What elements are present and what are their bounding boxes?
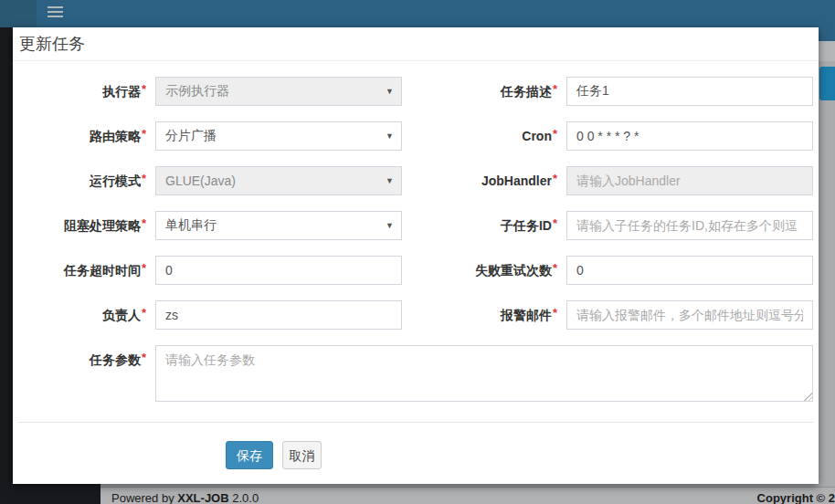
jobhandler-label: JobHandler* [375, 166, 557, 195]
form-row: 任务参数* [13, 345, 819, 402]
alarm-email-label: 报警邮件* [375, 300, 557, 330]
form-row: 任务超时时间* 失败重试次数* [13, 256, 819, 285]
glue-type-label: 运行模式* [13, 166, 146, 195]
cron-input[interactable] [566, 121, 813, 151]
form-row: 执行器* 示例执行器 ▼ 任务描述* [13, 77, 819, 106]
timeout-label: 任务超时时间* [13, 256, 146, 285]
fail-retry-label: 失败重试次数* [375, 256, 557, 285]
job-desc-label: 任务描述* [375, 77, 557, 106]
alarm-email-input[interactable] [566, 300, 813, 330]
save-button[interactable]: 保存 [226, 441, 273, 469]
glue-type-select: GLUE(Java) ▼ [155, 166, 402, 195]
block-strategy-label: 阻塞处理策略* [13, 211, 146, 240]
page-header-fragment [819, 41, 835, 61]
route-strategy-select[interactable]: 分片广播 ▼ [155, 121, 402, 151]
form-row: 阻塞处理策略* 单机串行 ▼ 子任务ID* [13, 211, 819, 240]
job-params-label: 任务参数* [13, 345, 146, 374]
fail-retry-input[interactable] [566, 256, 813, 285]
author-input[interactable] [155, 300, 402, 330]
timeout-input[interactable] [155, 256, 402, 285]
modal-title: 更新任务 [19, 33, 85, 55]
form-row: 负责人* 报警邮件* [13, 300, 819, 330]
jobhandler-input [566, 166, 813, 195]
update-task-modal: 更新任务 执行器* 示例执行器 ▼ 任务描述* 路由策略* 分片广播 ▼ Cro… [13, 27, 819, 484]
author-label: 负责人* [13, 300, 146, 330]
hamburger-menu-icon[interactable] [48, 6, 63, 18]
copyright-text: Copyright © 2 [757, 491, 835, 504]
job-desc-input[interactable] [566, 77, 813, 106]
powered-by-text: Powered by XXL-JOB 2.0.0 [111, 491, 259, 504]
job-params-textarea[interactable] [155, 345, 813, 402]
executor-select: 示例执行器 ▼ [155, 77, 402, 106]
block-strategy-select[interactable]: 单机串行 ▼ [155, 211, 402, 240]
textarea-resize-grip-icon[interactable] [802, 391, 812, 401]
child-jobid-label: 子任务ID* [375, 211, 557, 240]
modal-header: 更新任务 [13, 27, 819, 61]
cancel-button[interactable]: 取消 [282, 441, 322, 469]
modal-footer-divider [18, 422, 813, 423]
executor-label: 执行器* [13, 77, 146, 106]
background-button-fragment [819, 67, 835, 100]
route-strategy-label: 路由策略* [13, 121, 146, 151]
cron-label: Cron* [375, 121, 557, 151]
page-footer: Powered by XXL-JOB 2.0.0 Copyright © 2 [100, 487, 835, 504]
form-row: 路由策略* 分片广播 ▼ Cron* [13, 121, 819, 151]
form-row: 运行模式* GLUE(Java) ▼ JobHandler* [13, 166, 819, 195]
child-jobid-input[interactable] [566, 211, 813, 240]
